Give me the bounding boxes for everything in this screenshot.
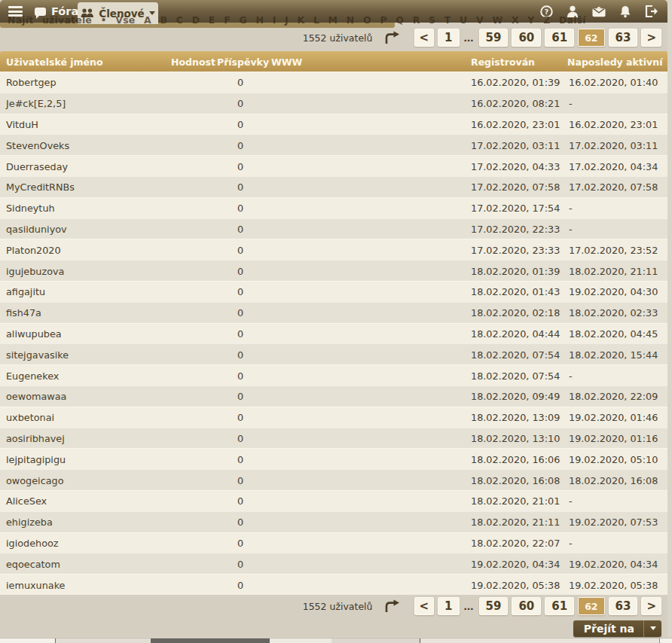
registered-date: 18.02.2020, 01:39	[471, 265, 560, 276]
last-active-date: -	[569, 98, 573, 109]
registered-date: 16.02.2020, 08:21	[471, 98, 560, 109]
registered-date: 17.02.2020, 03:11	[471, 139, 560, 151]
last-active-date: -	[569, 537, 573, 548]
username-link[interactable]: fish47a	[6, 307, 41, 318]
column-header-www: WWW	[271, 56, 302, 67]
table-row: Eugenekex 0 18.02.2020, 07:54 -	[0, 364, 667, 385]
last-active-date: 19.02.2020, 04:30	[569, 286, 658, 297]
column-header-username[interactable]: Uživatelské jméno	[6, 56, 103, 67]
goto-dropdown-toggle[interactable]	[644, 620, 661, 637]
username-link[interactable]: iemuxunake	[6, 579, 65, 590]
table-row: igujebuzova 0 18.02.2020, 01:39 18.02.20…	[0, 260, 667, 281]
jump-to-page-icon[interactable]	[383, 599, 401, 614]
registered-date: 16.02.2020, 23:01	[471, 118, 560, 130]
username-link[interactable]: sitejgavasike	[6, 349, 69, 360]
username-link[interactable]: ehigizeba	[6, 517, 53, 528]
username-link[interactable]: igujebuzova	[6, 265, 64, 276]
posts-count: 0	[217, 203, 264, 214]
username-link[interactable]: VitduH	[6, 118, 38, 130]
pagination-top: 1552 uživatelů < 1 … 59 60 61 62 63 >	[303, 29, 661, 47]
username-link[interactable]: qasiiduniyov	[6, 223, 67, 234]
table-row: lejpitagipigu 0 18.02.2020, 16:06 19.02.…	[0, 448, 667, 469]
prev-page-button[interactable]: <	[414, 29, 435, 47]
column-header-last-active[interactable]: Naposledy aktivní	[567, 56, 662, 67]
posts-count: 0	[217, 118, 264, 130]
username-link[interactable]: Je#ck[E,2,5]	[6, 98, 66, 109]
background-windows-strip	[0, 638, 672, 643]
username-link[interactable]: eqoecatom	[6, 558, 60, 569]
page-button[interactable]: 1	[438, 597, 459, 615]
last-active-date: -	[569, 223, 573, 234]
member-rows: Robertgep 0 16.02.2020, 01:39 16.02.2020…	[0, 72, 667, 595]
table-row: Platon2020 0 17.02.2020, 23:33 17.02.202…	[0, 239, 667, 260]
column-header-rank[interactable]: Hodnost	[171, 56, 215, 67]
registered-date: 18.02.2020, 16:06	[471, 453, 560, 465]
registered-date: 18.02.2020, 02:18	[471, 307, 560, 318]
page-button[interactable]: 59	[479, 29, 509, 47]
logout-icon[interactable]	[645, 5, 658, 18]
notifications-icon[interactable]	[619, 5, 632, 18]
alphabet-filter-links[interactable]: Najít uživatele • Vše A B C D E F G H I …	[8, 14, 586, 26]
registered-date: 18.02.2020, 04:44	[471, 328, 560, 339]
next-page-button[interactable]: >	[641, 597, 661, 615]
current-page-button: 62	[578, 597, 604, 615]
chevron-down-icon	[650, 626, 656, 633]
pagination-bottom: 1552 uživatelů < 1 … 59 60 61 62 63 >	[303, 597, 661, 615]
username-link[interactable]: oewomawaa	[6, 391, 66, 402]
table-row: sitejgavasike 0 18.02.2020, 07:54 18.02.…	[0, 343, 667, 364]
page-button[interactable]: 60	[512, 29, 541, 47]
username-link[interactable]: Duerraseday	[6, 160, 68, 172]
page-ellipsis: …	[463, 32, 475, 44]
username-link[interactable]: afigajitu	[6, 286, 45, 297]
table-row: qasiiduniyov 0 17.02.2020, 22:33 -	[0, 218, 667, 239]
goto-button[interactable]: Přejít na	[573, 620, 661, 637]
next-page-button[interactable]: >	[641, 29, 661, 47]
table-row: ehigizeba 0 18.02.2020, 21:11 19.02.2020…	[0, 511, 667, 532]
members-table: Uživatelské jméno Hodnost Příspěvky WWW …	[0, 51, 667, 595]
username-link[interactable]: uxbetonai	[6, 412, 54, 423]
table-row: uxbetonai 0 18.02.2020, 13:09 19.02.2020…	[0, 407, 667, 428]
username-link[interactable]: igiodehooz	[6, 537, 59, 548]
username-link[interactable]: AliceSex	[6, 495, 47, 507]
username-link[interactable]: Sidneytuh	[6, 203, 55, 214]
username-link[interactable]: owogeicago	[6, 474, 64, 486]
last-active-date: 19.02.2020, 05:10	[569, 453, 658, 465]
username-link[interactable]: Eugenekex	[6, 370, 59, 381]
username-link[interactable]: aliwupubea	[6, 328, 62, 339]
jump-to-page-icon[interactable]	[383, 31, 401, 45]
posts-count: 0	[217, 579, 264, 590]
last-active-date: 19.02.2020, 01:46	[569, 412, 658, 423]
posts-count: 0	[217, 328, 264, 339]
posts-count: 0	[217, 495, 264, 507]
page-button[interactable]: 1	[438, 29, 459, 47]
username-link[interactable]: Platon2020	[6, 244, 61, 255]
current-page-button: 62	[578, 29, 604, 47]
page-button[interactable]: 61	[545, 29, 574, 47]
page-button[interactable]: 60	[512, 597, 541, 615]
registered-date: 18.02.2020, 21:11	[471, 517, 560, 528]
registered-date: 19.02.2020, 04:34	[471, 558, 560, 569]
column-header-posts[interactable]: Příspěvky	[217, 56, 269, 67]
last-active-date: 17.02.2020, 07:58	[569, 181, 658, 193]
username-link[interactable]: StevenOveks	[6, 139, 69, 151]
registered-date: 18.02.2020, 07:54	[471, 370, 560, 381]
last-active-date: -	[569, 370, 573, 381]
last-active-date: 16.02.2020, 01:40	[569, 77, 658, 88]
username-link[interactable]: lejpitagipigu	[6, 453, 66, 465]
page-button[interactable]: 61	[545, 597, 574, 615]
page-button[interactable]: 63	[609, 29, 638, 47]
username-link[interactable]: aosiribhavej	[6, 432, 65, 443]
page-button[interactable]: 63	[609, 597, 638, 615]
table-row: Robertgep 0 16.02.2020, 01:39 16.02.2020…	[0, 72, 667, 93]
username-link[interactable]: Robertgep	[6, 77, 57, 88]
column-header-registered[interactable]: Registrován	[471, 56, 535, 67]
last-active-date: 18.02.2020, 22:09	[569, 391, 658, 402]
table-row: aosiribhavej 0 18.02.2020, 13:10 19.02.2…	[0, 428, 667, 449]
posts-count: 0	[217, 244, 264, 255]
posts-count: 0	[217, 432, 264, 443]
username-link[interactable]: MyCreditRNBs	[6, 181, 75, 193]
page-button[interactable]: 59	[479, 597, 509, 615]
private-messages-icon[interactable]	[592, 5, 606, 18]
posts-count: 0	[217, 181, 264, 193]
prev-page-button[interactable]: <	[414, 597, 435, 615]
